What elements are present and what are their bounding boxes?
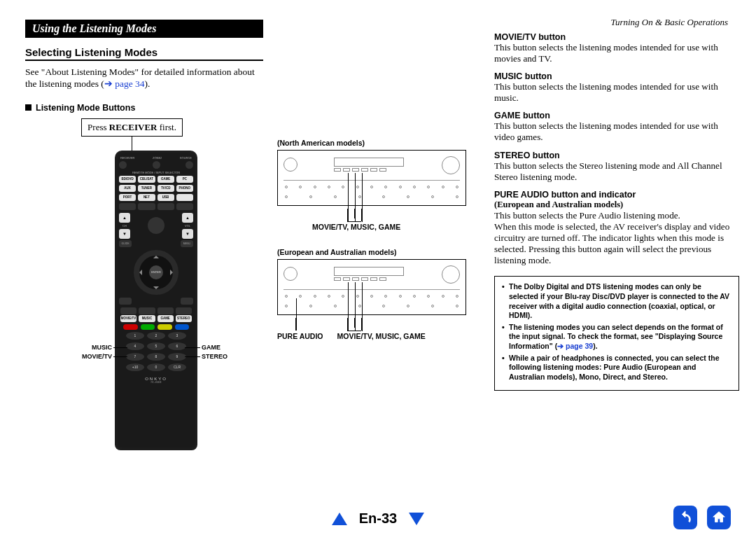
home-icon[interactable]	[707, 506, 731, 529]
remote-music-button: MUSIC	[139, 315, 155, 322]
note-3: While a pair of headphones is connected,…	[502, 354, 732, 382]
callout-stereo: STEREO	[202, 353, 227, 360]
section-title-bar: Using the Listening Modes	[25, 20, 263, 38]
na-sub-label: MOVIE/TV, MUSIC, GAME	[312, 223, 480, 231]
stereo-button-heading: STEREO button	[494, 151, 739, 160]
game-button-heading: GAME button	[494, 111, 739, 120]
subsection-heading: Selecting Listening Modes	[25, 46, 263, 61]
page-link-39[interactable]: ➔ page 39	[557, 342, 593, 350]
intro-paragraph: See "About Listening Modes" for detailed…	[25, 67, 263, 90]
music-button-text: This button selects the listening modes …	[494, 81, 739, 104]
remote-movietv-button: MOVIE/TV	[120, 315, 136, 322]
callout-music: MUSIC	[84, 344, 112, 351]
movietv-button-heading: MOVIE/TV button	[494, 32, 739, 42]
header-section: Turning On & Basic Operations	[610, 17, 728, 28]
page-up-icon[interactable]	[332, 513, 347, 525]
back-icon[interactable]	[673, 506, 697, 529]
right-column: MOVIE/TV button This button selects the …	[494, 32, 739, 480]
middle-column: (North American models) MOVIE/TV, MUSIC,…	[277, 20, 480, 480]
movietv-button-text: This button selects the listening modes …	[494, 42, 739, 64]
stereo-button-text: This button selects the Stereo listening…	[494, 160, 739, 183]
remote-game-button: GAME	[158, 315, 174, 322]
page-down-icon[interactable]	[409, 513, 424, 525]
pureaudio-heading1: PURE AUDIO button and indicator	[494, 190, 739, 200]
left-column: Using the Listening Modes Selecting List…	[25, 20, 263, 480]
note-1: The Dolby Digital and DTS listening mode…	[502, 282, 732, 321]
remote-control: RECEIVERZONE2SOURCE REMOTE MODE / INPUT …	[115, 151, 197, 450]
pureaudio-heading2: (European and Australian models)	[494, 200, 739, 210]
pureaudio-text: This button selects the Pure Audio liste…	[494, 210, 739, 266]
callout-game: GAME	[202, 344, 220, 351]
eu-models-caption: (European and Australian models)	[277, 248, 480, 256]
remote-diagram: RECEIVERZONE2SOURCE REMOTE MODE / INPUT …	[25, 151, 263, 480]
page-number: En-33	[359, 510, 397, 527]
eu-sub-label-left: PURE AUDIO	[277, 332, 323, 340]
callout-movietv: MOVIE/TV	[73, 353, 112, 360]
remote-stereo-button: STEREO	[176, 315, 192, 322]
na-models-caption: (North American models)	[277, 139, 480, 147]
front-panel-na	[277, 150, 466, 206]
note-2: The listening modes you can select depen…	[502, 323, 732, 352]
footer: En-33	[0, 510, 756, 527]
page-link-34[interactable]: ➔ page 34	[104, 78, 145, 89]
eu-sub-label-right: MOVIE/TV, MUSIC, GAME	[337, 332, 426, 340]
game-button-text: This button selects the listening modes …	[494, 120, 739, 143]
press-receiver-callout: Press RECEIVER first.	[81, 118, 183, 137]
listening-mode-buttons-heading: Listening Mode Buttons	[25, 103, 263, 113]
music-button-heading: MUSIC button	[494, 71, 739, 81]
notes-box: The Dolby Digital and DTS listening mode…	[494, 276, 739, 390]
front-panel-eu	[277, 259, 466, 315]
